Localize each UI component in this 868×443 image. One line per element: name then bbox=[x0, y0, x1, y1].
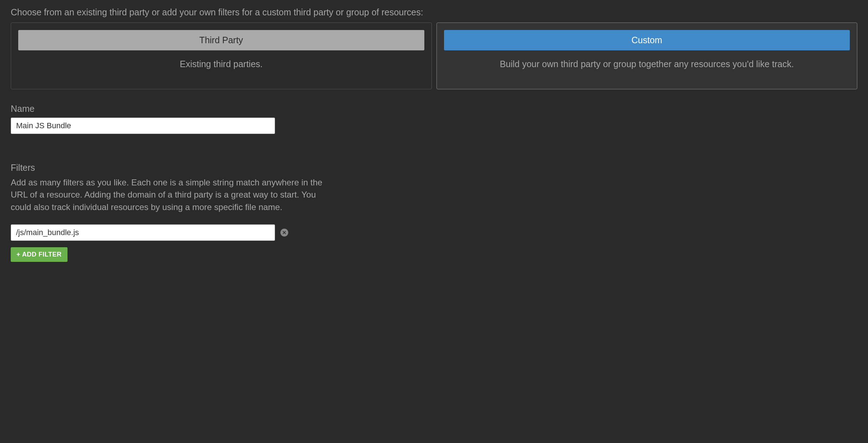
tab-third-party-header: Third Party bbox=[18, 30, 424, 50]
intro-text: Choose from an existing third party or a… bbox=[11, 7, 857, 18]
filter-row bbox=[11, 224, 857, 241]
tab-third-party[interactable]: Third Party Existing third parties. bbox=[11, 23, 432, 89]
name-input[interactable] bbox=[11, 118, 275, 134]
filters-help-text: Add as many filters as you like. Each on… bbox=[11, 176, 332, 214]
tab-custom-header: Custom bbox=[444, 30, 850, 50]
tab-custom-description: Build your own third party or group toge… bbox=[493, 58, 801, 82]
filters-label: Filters bbox=[11, 163, 857, 173]
add-filter-button[interactable]: + ADD FILTER bbox=[11, 247, 68, 262]
tabs-row: Third Party Existing third parties. Cust… bbox=[11, 23, 857, 89]
remove-filter-icon[interactable] bbox=[280, 229, 288, 237]
filter-input[interactable] bbox=[11, 224, 275, 241]
tab-third-party-description: Existing third parties. bbox=[173, 58, 270, 82]
name-label: Name bbox=[11, 104, 857, 114]
tab-custom[interactable]: Custom Build your own third party or gro… bbox=[437, 23, 858, 89]
